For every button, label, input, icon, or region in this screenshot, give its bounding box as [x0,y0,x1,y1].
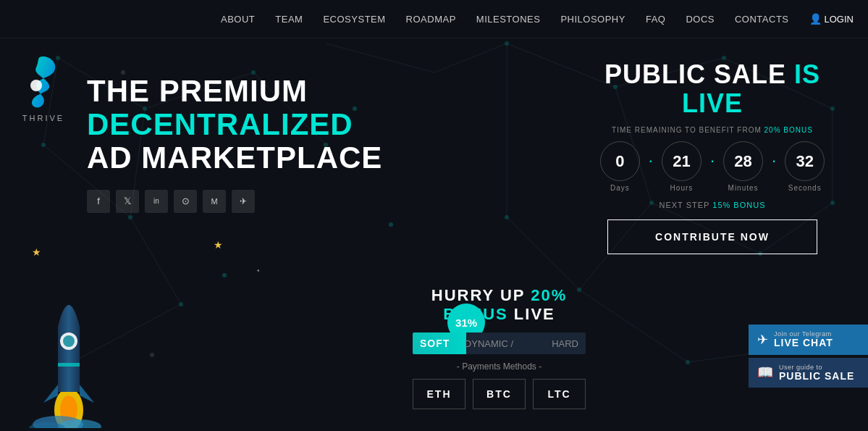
hours-value: 21 [662,141,701,181]
telegram-icon: ✈ [757,332,768,348]
rocket-area [22,269,116,431]
facebook-button[interactable]: f [87,190,110,213]
btc-button[interactable]: BTC [473,379,526,409]
nav-roadmap[interactable]: ROADMAP [406,14,456,25]
floating-buttons: ✈ Join our Telegram LIVE CHAT 📖 User gui… [749,325,868,388]
telegram-social-button[interactable]: ✈ [232,190,255,213]
linkedin-icon: in [153,197,159,205]
logo-icon [22,53,65,111]
countdown-separator-1: · [649,151,653,170]
countdown-separator-3: · [772,151,776,170]
nav-contacts[interactable]: CONTACTS [735,14,789,25]
nav-about[interactable]: ABOUT [221,14,255,25]
book-icon: 📖 [757,364,773,380]
telegram-chat-text: Join our Telegram LIVE CHAT [774,330,833,348]
minutes-label: Minutes [728,184,759,192]
minutes-value: 28 [723,141,763,181]
contribute-button[interactable]: CONTRIBUTE NOW [607,219,817,254]
countdown-minutes: 28 Minutes [723,141,763,192]
ltc-button[interactable]: LTC [533,379,586,409]
progress-bar-track: SOFT DYNAMIC / HARD [413,332,586,354]
label-soft: SOFT [420,338,450,349]
social-icons: f 𝕏 in ⊙ M ✈ [87,190,413,213]
github-icon: ⊙ [182,196,190,206]
middle-section: HURRY UP 20% BONUS LIVE 31% SOFT DYNAMIC… [413,38,586,431]
seconds-value: 32 [785,141,825,181]
svg-point-52 [63,335,75,347]
countdown-seconds: 32 Seconds [785,141,825,192]
countdown-days: 0 Days [600,141,640,192]
hero-line1: THE PREMIUM [87,75,413,108]
progress-container: 31% SOFT DYNAMIC / HARD [413,332,586,354]
seconds-label: Seconds [788,184,822,192]
hero-line3: AD MARKETPLACE [87,141,413,175]
svg-rect-53 [58,363,80,367]
hurry-up-text: HURRY UP 20% BONUS LIVE [413,286,586,324]
main-content: THRIVE THE PREMIUM DECENTRALIZED AD MARK… [0,38,868,431]
medium-icon: M [211,197,217,206]
twitter-icon: 𝕏 [124,196,131,206]
label-dynamic: DYNAMIC / [465,338,513,349]
days-value: 0 [600,141,640,181]
user-icon: 👤 [809,13,822,25]
twitter-button[interactable]: 𝕏 [116,190,139,213]
label-hard: HARD [552,338,578,349]
nav-links: ABOUT TEAM ECOSYSTEM ROADMAP MILESTONES … [221,13,854,25]
linkedin-button[interactable]: in [145,190,168,213]
next-step-bonus: 15% BONUS [712,201,765,209]
hours-label: Hours [670,184,694,192]
hero-text: THE PREMIUM DECENTRALIZED AD MARKETPLACE [87,60,413,175]
public-sale-title: PUBLIC SALE IS LIVE [586,60,839,117]
days-label: Days [610,184,630,192]
guide-text: User guide to PUBLIC SALE [779,364,854,382]
svg-point-45 [30,80,42,91]
countdown-separator-2: · [710,151,715,170]
medium-button[interactable]: M [203,190,226,213]
github-button[interactable]: ⊙ [174,190,197,213]
payment-label: - Payments Methods - [413,361,586,372]
nav-ecosystem[interactable]: ECOSYSTEM [323,14,385,25]
telegram-social-icon: ✈ [240,196,247,206]
logo-area: THRIVE [22,53,65,122]
navigation: ABOUT TEAM ECOSYSTEM ROADMAP MILESTONES … [0,0,868,38]
payment-buttons: ETH BTC LTC [413,379,586,409]
countdown: 0 Days · 21 Hours · 28 Minutes · 32 Seco… [600,141,825,192]
logo-text: THRIVE [22,114,64,122]
eth-button[interactable]: ETH [413,379,465,409]
nav-philosophy[interactable]: PHILOSOPHY [560,14,625,25]
public-sale-guide-button[interactable]: 📖 User guide to PUBLIC SALE [749,358,868,388]
nav-milestones[interactable]: MILESTONES [476,14,541,25]
login-button[interactable]: 👤 LOGIN [809,13,854,25]
next-step-text: NEXT STEP 15% BONUS [660,201,766,209]
hero-line2: DECENTRALIZED [87,108,413,141]
rocket-svg [22,269,116,428]
timer-bonus: 20% BONUS [764,126,813,134]
nav-docs[interactable]: DOCS [686,14,715,25]
countdown-hours: 21 Hours [662,141,701,192]
telegram-chat-button[interactable]: ✈ Join our Telegram LIVE CHAT [749,325,868,354]
facebook-icon: f [97,196,100,206]
nav-faq[interactable]: FAQ [646,14,666,25]
time-remaining-label: TIME REMAINING TO BENEFIT FROM 20% BONUS [612,126,813,134]
nav-team[interactable]: TEAM [275,14,303,25]
